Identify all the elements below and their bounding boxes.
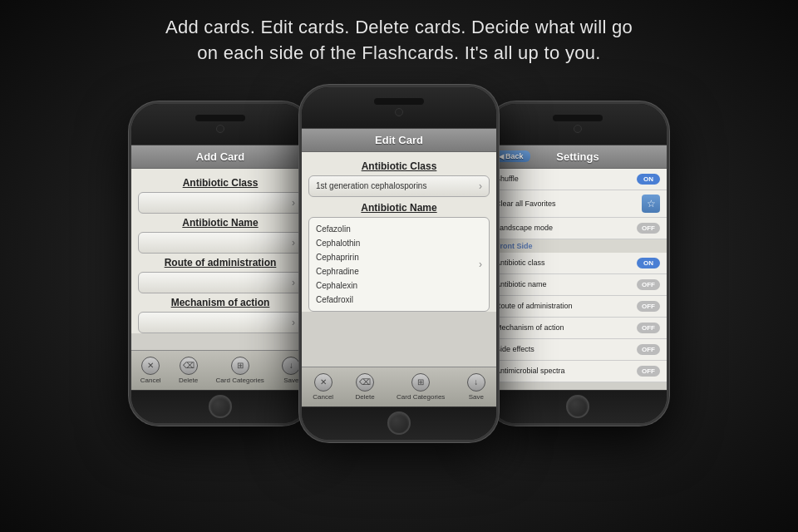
phone-edit-card: Edit Card Antibiotic Class 1st generatio…: [299, 85, 499, 442]
phone-add-card: Add Card Antibiotic Class › Antibiotic N…: [129, 101, 312, 426]
antibiotic-name-label-center: Antibiotic Name: [308, 202, 490, 214]
front-side-section: Front Side: [489, 239, 667, 253]
save-icon: ↓: [467, 373, 485, 392]
chevron-icon: ›: [479, 255, 482, 272]
route-label-left: Route of administration: [138, 257, 303, 268]
save-button-left[interactable]: ↓ Save: [282, 357, 300, 384]
antibiotic-class-row-left[interactable]: ›: [138, 192, 303, 214]
shuffle-row[interactable]: Shuffle ON: [489, 169, 667, 190]
save-button-center[interactable]: ↓ Save: [467, 373, 485, 401]
settings-content: Shuffle ON Clear all Favorites ☆ Landsca…: [489, 169, 667, 382]
shuffle-toggle[interactable]: ON: [637, 174, 660, 185]
back-button[interactable]: Back: [494, 150, 530, 162]
delete-icon: ⌫: [180, 357, 198, 375]
screen-edit-card: Antibiotic Class 1st generation cephalos…: [302, 152, 496, 367]
toolbar-left: ✕ Cancel ⌫ Delete ⊞ Card Categories ↓ Sa…: [131, 350, 309, 390]
toolbar-center: ✕ Cancel ⌫ Delete ⊞ Card Categories ↓ Sa…: [302, 367, 496, 406]
mechanism-settings-row[interactable]: Mechanism of action OFF: [489, 318, 667, 339]
add-card-content: Antibiotic Class › Antibiotic Name › Rou…: [131, 169, 309, 333]
side-effects-toggle[interactable]: OFF: [637, 344, 660, 355]
list-item: Cephapririn: [316, 250, 482, 264]
antimicrobial-toggle[interactable]: OFF: [637, 366, 660, 377]
chevron-icon: ›: [292, 317, 295, 328]
home-button-right[interactable]: [566, 395, 589, 418]
phone-top-right: [489, 104, 667, 145]
phone-top-center: [302, 87, 496, 129]
nav-bar-add-card: Add Card: [131, 145, 309, 169]
save-icon: ↓: [282, 357, 300, 375]
antibiotic-class-row-center[interactable]: 1st generation cephalosporins ›: [308, 175, 490, 197]
phones-container: Add Card Antibiotic Class › Antibiotic N…: [0, 76, 798, 442]
nav-bar-edit-card: Edit Card: [302, 129, 496, 152]
antibiotic-name-label-left: Antibiotic Name: [138, 217, 303, 229]
phone-bottom-right: [489, 390, 667, 423]
antibiotic-name-settings-row[interactable]: Antibiotic name OFF: [489, 274, 667, 296]
delete-button-center[interactable]: ⌫ Delete: [356, 373, 375, 401]
antibiotic-name-toggle[interactable]: OFF: [637, 279, 660, 290]
chevron-icon: ›: [479, 180, 482, 192]
card-categories-button-center[interactable]: ⊞ Card Categories: [397, 373, 445, 401]
chevron-icon: ›: [292, 197, 295, 209]
mechanism-row-left[interactable]: ›: [138, 312, 303, 333]
landscape-toggle[interactable]: OFF: [637, 223, 660, 234]
delete-button-left[interactable]: ⌫ Delete: [179, 357, 198, 384]
route-toggle[interactable]: OFF: [637, 301, 660, 312]
screen-add-card: Antibiotic Class › Antibiotic Name › Rou…: [131, 169, 309, 350]
antibiotic-class-settings-row[interactable]: Antibiotic class ON: [489, 253, 667, 274]
phone-top-left: [131, 104, 309, 145]
cancel-icon: ✕: [314, 373, 332, 392]
landscape-mode-row[interactable]: Landscape mode OFF: [489, 218, 667, 239]
grid-icon: ⊞: [411, 373, 430, 392]
list-item: Cefazolin: [316, 222, 482, 236]
list-item: Cephradine: [316, 264, 482, 278]
chevron-icon: ›: [292, 237, 295, 249]
edit-card-content: Antibiotic Class 1st generation cephalos…: [302, 152, 496, 312]
grid-icon: ⊞: [231, 357, 249, 375]
antibiotic-class-toggle[interactable]: ON: [637, 258, 660, 268]
delete-icon: ⌫: [356, 373, 374, 392]
route-row-left[interactable]: ›: [138, 272, 303, 293]
list-item: Cephalothin: [316, 236, 482, 250]
cancel-button-left[interactable]: ✕ Cancel: [140, 357, 161, 384]
clear-favorites-row[interactable]: Clear all Favorites ☆: [489, 190, 667, 218]
card-categories-button-left[interactable]: ⊞ Card Categories: [216, 357, 264, 384]
mechanism-toggle[interactable]: OFF: [637, 323, 660, 333]
nav-bar-settings: Back Settings: [489, 145, 667, 169]
antimicrobial-settings-row[interactable]: Antimicrobial spectra OFF: [489, 361, 667, 382]
header-text: Add cards. Edit cards. Delete cards. Dec…: [0, 0, 798, 76]
route-settings-row[interactable]: Route of administration OFF: [489, 296, 667, 318]
antibiotic-name-row-left[interactable]: ›: [138, 232, 303, 254]
side-effects-settings-row[interactable]: Side effects OFF: [489, 339, 667, 361]
antibiotic-class-label-left: Antibiotic Class: [138, 177, 303, 189]
antibiotic-class-label-center: Antibiotic Class: [308, 160, 490, 172]
home-button-center[interactable]: [387, 411, 411, 435]
home-button-left[interactable]: [209, 395, 232, 418]
list-item: Cefadroxil: [316, 293, 482, 307]
list-item: Cephalexin: [316, 278, 482, 293]
cancel-icon: ✕: [141, 357, 160, 375]
phone-bottom-center: [302, 406, 496, 440]
screen-settings: Shuffle ON Clear all Favorites ☆ Landsca…: [489, 169, 667, 390]
cancel-button-center[interactable]: ✕ Cancel: [313, 373, 333, 401]
chevron-icon: ›: [292, 277, 295, 288]
antibiotic-list[interactable]: Cefazolin Cephalothin Cephapririn Cephra…: [308, 217, 490, 312]
phone-bottom-left: [131, 390, 309, 423]
favorites-star-button[interactable]: ☆: [642, 195, 660, 213]
phone-settings: Back Settings Shuffle ON Clear all Favor…: [486, 101, 669, 426]
mechanism-label-left: Mechanism of action: [138, 297, 303, 308]
